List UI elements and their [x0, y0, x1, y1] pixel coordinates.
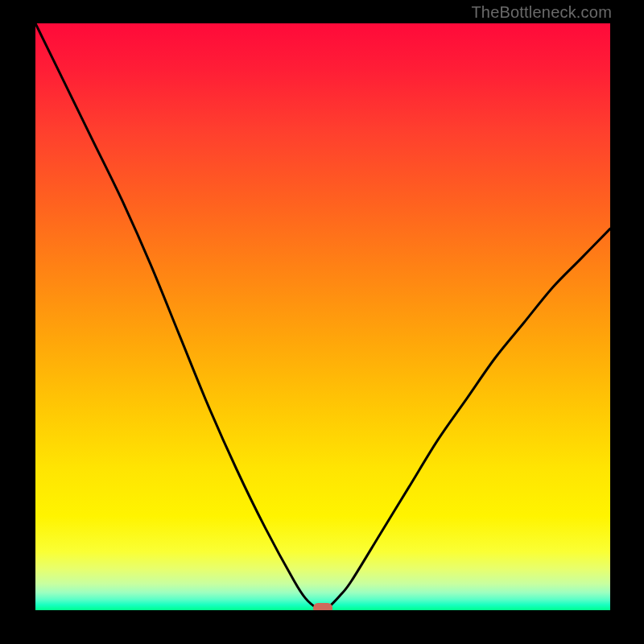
- watermark-text: TheBottleneck.com: [471, 3, 612, 22]
- chart-frame: TheBottleneck.com: [0, 0, 644, 644]
- chart-svg: [35, 23, 610, 610]
- plot-area: [35, 23, 610, 610]
- minimum-marker: [313, 603, 332, 610]
- bottleneck-curve: [35, 23, 610, 610]
